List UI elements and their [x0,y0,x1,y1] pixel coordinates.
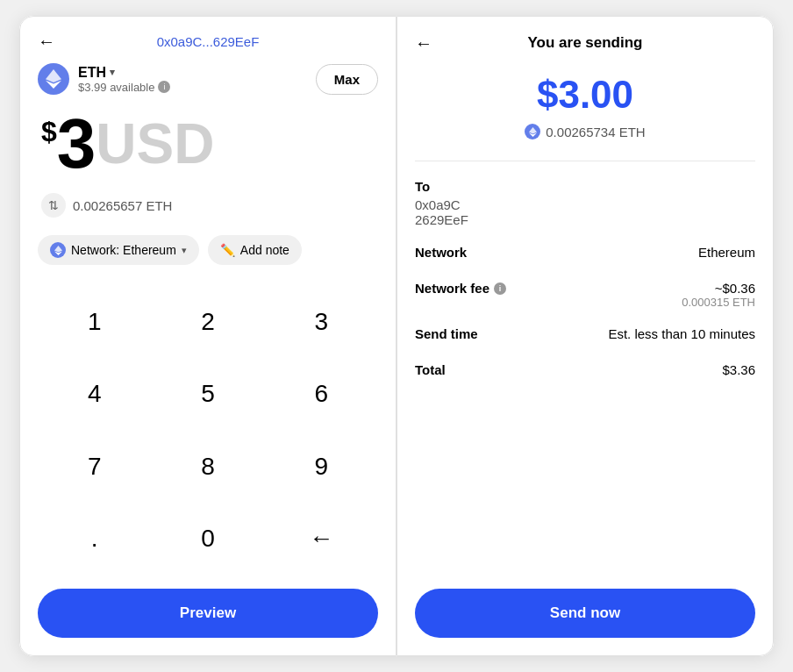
fee-label-text: Network fee [415,281,489,296]
eth-small-icon [50,242,66,258]
numpad-4[interactable]: 4 [38,358,151,430]
to-address-line2: 2629EeF [415,212,755,227]
eth-icon [38,63,69,95]
right-title: You are sending [528,34,643,52]
left-header: ← 0x0a9C...629EeF [38,34,378,49]
eth-icon-right [525,124,540,139]
pencil-icon: ✏️ [220,243,235,257]
dollar-sign: $ [41,116,57,148]
numpad-9[interactable]: 9 [265,431,378,503]
to-row: To 0x0a9C 2629EeF [415,179,755,227]
token-row: ETH ▾ $3.99 available i Max [38,63,378,95]
total-row: Total $3.36 [415,362,755,381]
amount-display: $ 3 USD [38,109,378,179]
fee-label-group: Network fee i [415,281,506,296]
swap-icon[interactable]: ⇅ [41,193,66,218]
numpad-backspace[interactable]: ← [265,503,378,575]
network-row: Network Ethereum [415,245,755,263]
amount-number: 3 [57,109,96,179]
amount-currency: USD [96,116,214,172]
numpad-1[interactable]: 1 [38,286,151,358]
network-chevron-icon: ▾ [182,245,187,256]
to-label: To [415,179,755,194]
send-time-row: Send time Est. less than 10 minutes [415,326,755,345]
add-note-label: Add note [240,243,289,257]
numpad-0[interactable]: 0 [151,503,264,575]
left-back-button[interactable]: ← [38,32,55,52]
address-link[interactable]: 0x0a9C...629EeF [157,34,260,49]
right-header: ← You are sending [415,34,755,52]
token-info: ETH ▾ $3.99 available i [38,63,170,95]
action-row: Network: Ethereum ▾ ✏️ Add note [38,235,378,265]
numpad-5[interactable]: 5 [151,358,264,430]
token-details: ETH ▾ $3.99 available i [78,65,170,94]
sending-amount: $3.00 [415,73,755,117]
numpad-dot[interactable]: . [38,503,151,575]
sending-eth-row: 0.00265734 ETH [415,124,755,139]
fee-eth: 0.000315 ETH [682,296,755,309]
network-label-right: Network [415,245,467,260]
numpad-8[interactable]: 8 [151,431,264,503]
divider [415,161,755,161]
fee-info-icon[interactable]: i [494,282,506,295]
token-chevron-icon: ▾ [110,67,115,78]
eth-equivalent-text: 0.00265657 ETH [73,198,172,213]
send-now-button[interactable]: Send now [415,589,755,638]
to-address-line1: 0x0a9C [415,197,755,212]
balance-info-icon[interactable]: i [158,81,170,93]
add-note-button[interactable]: ✏️ Add note [208,235,302,265]
network-button[interactable]: Network: Ethereum ▾ [38,235,199,265]
sending-eth-text: 0.00265734 ETH [546,125,645,139]
fee-row: Network fee i ~$0.36 0.000315 ETH [415,281,755,309]
screen-container: ← 0x0a9C...629EeF ETH ▾ $3.99 av [19,16,774,656]
left-panel: ← 0x0a9C...629EeF ETH ▾ $3.99 av [19,16,396,656]
eth-equivalent-row: ⇅ 0.00265657 ETH [38,193,378,218]
detail-rows: To 0x0a9C 2629EeF Network Ethereum Netwo… [415,179,755,589]
total-value: $3.36 [722,362,755,377]
right-panel: ← You are sending $3.00 0.00265734 ETH T… [396,16,774,656]
fee-usd: ~$0.36 [682,281,755,296]
token-balance: $3.99 available i [78,81,170,94]
numpad-7[interactable]: 7 [38,431,151,503]
network-label: Network: Ethereum [71,243,176,257]
fee-values: ~$0.36 0.000315 ETH [682,281,755,309]
right-back-button[interactable]: ← [415,33,432,54]
sending-usd: $3.00 [415,73,755,117]
network-value: Ethereum [698,245,755,260]
max-button[interactable]: Max [316,64,378,95]
preview-button[interactable]: Preview [38,589,378,638]
numpad-2[interactable]: 2 [151,286,264,358]
send-time-value: Est. less than 10 minutes [608,326,755,341]
total-label: Total [415,362,446,377]
send-time-label: Send time [415,326,478,341]
numpad: 1 2 3 4 5 6 7 8 9 . 0 ← [38,286,378,575]
token-name[interactable]: ETH ▾ [78,65,170,81]
numpad-3[interactable]: 3 [265,286,378,358]
numpad-6[interactable]: 6 [265,358,378,430]
